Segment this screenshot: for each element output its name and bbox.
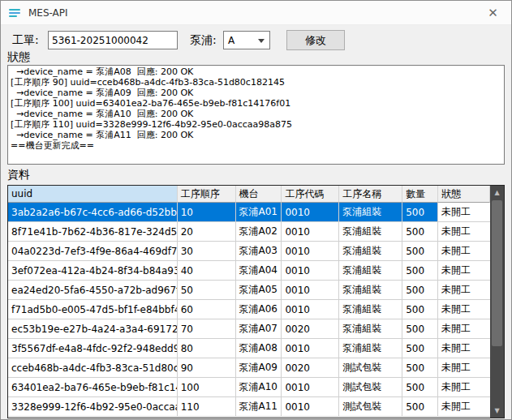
table-cell[interactable]: 泵浦A04 bbox=[236, 261, 282, 281]
table-cell[interactable]: 測試包裝 bbox=[339, 358, 402, 378]
table-cell[interactable]: 500 bbox=[402, 378, 438, 397]
table-row[interactable]: 3ef072ea-412a-4b24-8f34-b84a935b663440泵浦… bbox=[8, 261, 490, 281]
table-cell[interactable]: 500 bbox=[402, 203, 438, 222]
table-cell[interactable]: 90 bbox=[178, 358, 236, 378]
table-cell[interactable]: 未開工 bbox=[438, 281, 490, 300]
table-cell[interactable]: 0010 bbox=[282, 242, 339, 261]
table-cell[interactable]: 0010 bbox=[282, 203, 339, 222]
table-cell[interactable]: 500 bbox=[402, 242, 438, 261]
table-cell[interactable]: 泵浦A06 bbox=[236, 300, 282, 319]
table-cell[interactable]: ec53b19e-e27b-4a24-a3a4-691728f72941 bbox=[8, 319, 178, 339]
table-cell[interactable]: 泵浦組裝 bbox=[339, 242, 402, 261]
table-row[interactable]: 3ab2a2a6-b67c-4cc6-ad66-d52bb5b10e6410泵浦… bbox=[8, 203, 490, 222]
table-cell[interactable]: 測試包裝 bbox=[339, 378, 402, 397]
table-cell[interactable]: 500 bbox=[402, 339, 438, 358]
table-row[interactable]: 63401ea2-ba76-465e-b9eb-f81c14176f01100泵… bbox=[8, 378, 490, 397]
pump-select[interactable]: A bbox=[223, 31, 270, 49]
table-cell[interactable]: 未開工 bbox=[438, 203, 490, 222]
table-cell[interactable]: 0020 bbox=[282, 358, 339, 378]
table-cell[interactable]: 500 bbox=[402, 222, 438, 242]
column-header-6[interactable]: 狀態 bbox=[438, 186, 490, 203]
table-cell[interactable]: 0020 bbox=[282, 319, 339, 339]
table-cell[interactable]: 500 bbox=[402, 261, 438, 281]
table-cell[interactable]: 500 bbox=[402, 300, 438, 319]
table-cell[interactable]: 未開工 bbox=[438, 242, 490, 261]
table-cell[interactable]: 泵浦A09 bbox=[236, 358, 282, 378]
table-cell[interactable]: 30 bbox=[178, 242, 236, 261]
close-button[interactable]: ✕ bbox=[475, 1, 511, 24]
table-cell[interactable]: 63401ea2-ba76-465e-b9eb-f81c14176f01 bbox=[8, 378, 178, 397]
modify-button[interactable]: 修改 bbox=[286, 30, 345, 50]
table-cell[interactable]: 500 bbox=[402, 358, 438, 378]
table-cell[interactable]: 泵浦A11 bbox=[236, 397, 282, 417]
table-cell[interactable]: 8f71e41b-7b62-4b36-817e-324d5862b32f bbox=[8, 222, 178, 242]
table-cell[interactable]: 泵浦A07 bbox=[236, 319, 282, 339]
table-row[interactable]: 3f5567df-e4a8-4fdc-92f2-948edd930b7480泵浦… bbox=[8, 339, 490, 358]
table-cell[interactable]: 0010 bbox=[282, 339, 339, 358]
table-cell[interactable]: 泵浦組裝 bbox=[339, 319, 402, 339]
table-cell[interactable]: 泵浦A08 bbox=[236, 339, 282, 358]
table-cell[interactable]: 50 bbox=[178, 281, 236, 300]
table-cell[interactable]: 3ef072ea-412a-4b24-8f34-b84a935b6634 bbox=[8, 261, 178, 281]
table-cell[interactable]: 未開工 bbox=[438, 358, 490, 378]
table-cell[interactable]: 未開工 bbox=[438, 300, 490, 319]
work-order-input[interactable] bbox=[48, 31, 178, 49]
table-cell[interactable]: f71ad5b0-e005-47d5-bf1f-e84bbf4baf28 bbox=[8, 300, 178, 319]
table-cell[interactable]: 20 bbox=[178, 222, 236, 242]
table-cell[interactable]: 100 bbox=[178, 378, 236, 397]
table-cell[interactable]: 70 bbox=[178, 319, 236, 339]
column-header-3[interactable]: 工序代碼 bbox=[282, 186, 339, 203]
table-cell[interactable]: ea24ed20-5fa6-4550-a72b-ad967fcb154b bbox=[8, 281, 178, 300]
table-cell[interactable]: 未開工 bbox=[438, 319, 490, 339]
table-cell[interactable]: 未開工 bbox=[438, 261, 490, 281]
vertical-scrollbar[interactable]: ▲ ▼ bbox=[490, 186, 504, 418]
table-cell[interactable]: 泵浦組裝 bbox=[339, 300, 402, 319]
table-row[interactable]: ea24ed20-5fa6-4550-a72b-ad967fcb154b50泵浦… bbox=[8, 281, 490, 300]
table-cell[interactable]: 0010 bbox=[282, 222, 339, 242]
table-cell[interactable]: 0010 bbox=[282, 397, 339, 417]
table-cell[interactable]: 泵浦A01 bbox=[236, 203, 282, 222]
table-cell[interactable]: 3f5567df-e4a8-4fdc-92f2-948edd930b74 bbox=[8, 339, 178, 358]
table-cell[interactable]: 110 bbox=[178, 397, 236, 417]
table-cell[interactable]: 0010 bbox=[282, 300, 339, 319]
scroll-up-icon[interactable]: ▲ bbox=[490, 186, 504, 199]
table-cell[interactable]: 10 bbox=[178, 203, 236, 222]
scrollbar-thumb[interactable] bbox=[492, 200, 502, 346]
table-row[interactable]: 8f71e41b-7b62-4b36-817e-324d5862b32f20泵浦… bbox=[8, 222, 490, 242]
table-cell[interactable]: 04a0223d-7ef3-4f9e-86a4-469df71fd829 bbox=[8, 242, 178, 261]
table-cell[interactable]: 泵浦A03 bbox=[236, 242, 282, 261]
table-cell[interactable]: cceb468b-a4dc-4fb3-83ca-51d80c182145 bbox=[8, 358, 178, 378]
table-cell[interactable]: 80 bbox=[178, 339, 236, 358]
table-cell[interactable]: 500 bbox=[402, 319, 438, 339]
table-cell[interactable]: 泵浦組裝 bbox=[339, 281, 402, 300]
table-row[interactable]: f71ad5b0-e005-47d5-bf1f-e84bbf4baf2860泵浦… bbox=[8, 300, 490, 319]
table-row[interactable]: 04a0223d-7ef3-4f9e-86a4-469df71fd82930泵浦… bbox=[8, 242, 490, 261]
status-log[interactable]: →device_name = 泵浦A08 回應: 200 OK[工序順序 90]… bbox=[7, 65, 505, 165]
column-header-5[interactable]: 數量 bbox=[402, 186, 438, 203]
table-cell[interactable]: 未開工 bbox=[438, 397, 490, 417]
table-cell[interactable]: 泵浦組裝 bbox=[339, 339, 402, 358]
table-cell[interactable]: 500 bbox=[402, 281, 438, 300]
column-header-2[interactable]: 機台 bbox=[236, 186, 282, 203]
column-header-4[interactable]: 工序名稱 bbox=[339, 186, 402, 203]
table-cell[interactable]: 3ab2a2a6-b67c-4cc6-ad66-d52bb5b10e64 bbox=[8, 203, 178, 222]
scroll-down-icon[interactable]: ▼ bbox=[490, 404, 504, 418]
table-row[interactable]: 3328e999-12f6-4b92-95e0-0accaa98a875110泵… bbox=[8, 397, 490, 417]
table-cell[interactable]: 40 bbox=[178, 261, 236, 281]
table-row[interactable]: ec53b19e-e27b-4a24-a3a4-691728f7294170泵浦… bbox=[8, 319, 490, 339]
table-cell[interactable]: 泵浦組裝 bbox=[339, 261, 402, 281]
table-cell[interactable]: 0010 bbox=[282, 378, 339, 397]
table-cell[interactable]: 60 bbox=[178, 300, 236, 319]
table-cell[interactable]: 未開工 bbox=[438, 378, 490, 397]
column-header-1[interactable]: 工序順序 bbox=[178, 186, 236, 203]
table-row[interactable]: cceb468b-a4dc-4fb3-83ca-51d80c18214590泵浦… bbox=[8, 358, 490, 378]
table-cell[interactable]: 3328e999-12f6-4b92-95e0-0accaa98a875 bbox=[8, 397, 178, 417]
table-cell[interactable]: 泵浦A02 bbox=[236, 222, 282, 242]
table-cell[interactable]: 0010 bbox=[282, 261, 339, 281]
table-cell[interactable]: 泵浦A05 bbox=[236, 281, 282, 300]
table-cell[interactable]: 未開工 bbox=[438, 339, 490, 358]
table-cell[interactable]: 500 bbox=[402, 397, 438, 417]
table-cell[interactable]: 0010 bbox=[282, 281, 339, 300]
column-header-uuid[interactable]: uuid bbox=[8, 186, 178, 203]
table-cell[interactable]: 泵浦組裝 bbox=[339, 203, 402, 222]
